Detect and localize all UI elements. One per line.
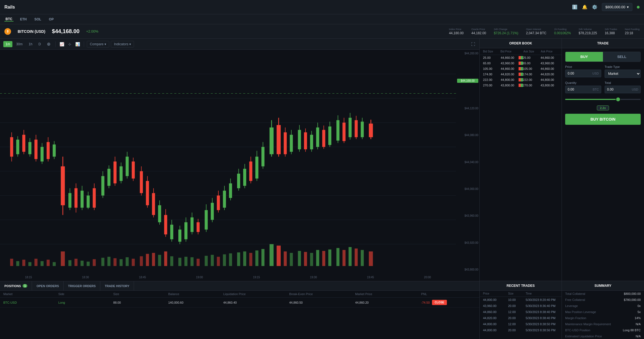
leverage-badge: 2.2x [597, 105, 609, 110]
svg-rect-159 [255, 250, 258, 266]
leverage-slider-thumb[interactable] [616, 97, 621, 102]
info-icon[interactable]: ℹ️ [572, 4, 578, 10]
time-label-6: 19:30 [310, 276, 317, 279]
svg-rect-168 [316, 250, 319, 266]
time-label-5: 19:15 [253, 276, 260, 279]
buy-button[interactable]: BUY [565, 52, 603, 62]
ob-row: 174.00 44,820.00 174.00 44,820.00 [480, 71, 562, 77]
svg-rect-176 [369, 251, 373, 266]
balance-value: $800,000.00 [605, 5, 625, 9]
ob-row: 25.00 44,860.00 25.00 44,860.00 [480, 55, 562, 60]
svg-rect-170 [328, 250, 331, 266]
rt-row: 44,800.00 20.00 5/30/2023 8:38:56 PM [480, 327, 562, 333]
total-input[interactable] [607, 88, 632, 91]
svg-rect-141 [140, 256, 143, 266]
leverage-slider-fill [565, 99, 618, 100]
stat-24h-trades: 24h Trades 16,388 [605, 28, 617, 35]
svg-rect-156 [237, 252, 240, 266]
time-btn-d[interactable]: D [36, 41, 43, 47]
market-tab-sol[interactable]: SOL [33, 17, 42, 21]
svg-rect-173 [348, 247, 351, 266]
svg-rect-165 [298, 251, 301, 266]
svg-rect-169 [322, 251, 325, 266]
tab-trigger-orders[interactable]: TRIGGER ORDERS [64, 281, 100, 290]
svg-rect-175 [361, 250, 364, 266]
close-position-button[interactable]: CLOSE [432, 300, 447, 305]
svg-rect-153 [217, 257, 220, 266]
svg-rect-144 [158, 255, 161, 266]
quantity-input[interactable] [568, 88, 593, 91]
compare-btn[interactable]: Compare ▾ [87, 41, 109, 47]
trade-type-select[interactable]: Market Limit Stop [605, 70, 641, 78]
coin-name: BITCOIN (USD) [18, 29, 45, 34]
indicators-btn[interactable]: Indicators ▾ [111, 41, 134, 47]
pos-market-price: 44,860.20 [355, 301, 421, 304]
svg-rect-150 [197, 259, 200, 266]
balance-button[interactable]: $800,000.00 ▾ [602, 3, 632, 11]
total-input-wrap: USD [605, 86, 641, 93]
trade-panel-body: BUY SELL Price USD Trade [562, 48, 644, 281]
svg-rect-130 [68, 260, 71, 266]
bar-chart-icon[interactable]: 📊 [75, 42, 80, 46]
svg-rect-171 [336, 248, 339, 266]
ob-row: 270.00 43,800.00 270.00 43,800.00 [480, 83, 562, 88]
bell-icon[interactable]: 🔔 [582, 4, 587, 10]
price-bar-stats: Index Price 44,180.00 Oracle Price 44,18… [449, 28, 640, 35]
svg-rect-155 [229, 253, 232, 266]
summary-title: SUMMARY [562, 281, 644, 291]
logo: Rails [4, 5, 15, 10]
svg-rect-174 [355, 248, 358, 266]
svg-rect-135 [101, 258, 104, 266]
svg-rect-129 [61, 251, 65, 266]
tab-positions[interactable]: POSITIONS 1 [0, 281, 32, 290]
ob-row: 65.00 43,960.00 65.00 43,960.00 [480, 60, 562, 66]
time-btn-1h[interactable]: 1h [26, 41, 34, 47]
svg-rect-123 [22, 260, 25, 266]
price-input[interactable] [568, 71, 592, 75]
svg-rect-121 [10, 259, 13, 266]
leverage-slider-wrap [565, 97, 641, 102]
tab-trade-history[interactable]: TRADE HISTORY [100, 281, 134, 290]
svg-rect-134 [93, 259, 96, 266]
market-tab-eth[interactable]: ETH [19, 17, 28, 21]
svg-rect-166 [304, 252, 307, 266]
summary-row: Total Collateral $800,000.00 [562, 291, 644, 297]
svg-rect-128 [53, 262, 56, 266]
rt-row: 44,800.00 12.00 5/30/2023 8:38:50 PM [480, 321, 562, 327]
leverage-label-wrap: 2.2x [565, 105, 641, 110]
crosshair-icon[interactable]: ⊹ [68, 42, 71, 46]
recent-trades-title: RECENT TRADES [480, 281, 562, 291]
tab-open-orders[interactable]: OPEN ORDERS [32, 281, 63, 290]
summary-row: Free Collateral $780,000.00 [562, 297, 644, 303]
svg-rect-149 [190, 257, 194, 266]
svg-rect-142 [146, 254, 149, 266]
time-label-2: 18:30 [82, 276, 89, 279]
svg-rect-124 [28, 262, 31, 266]
top-nav: Rails ℹ️ 🔔 ⚙️ $800,000.00 ▾ [0, 0, 644, 14]
quantity-field-group: Quantity BTC [565, 81, 601, 93]
svg-rect-140 [132, 259, 135, 266]
market-tab-btc[interactable]: BTC [4, 17, 14, 22]
price-label-6: $44,000.00 [457, 187, 478, 190]
order-book-section: ORDER BOOK Bid Size Bid Price Ask Size A… [480, 39, 562, 281]
add-time-btn[interactable]: ⊕ [45, 40, 53, 48]
middle-column: ORDER BOOK Bid Size Bid Price Ask Size A… [480, 39, 562, 339]
fullscreen-icon[interactable]: ⛶ [471, 42, 475, 46]
positions-pane: POSITIONS 1 OPEN ORDERS TRIGGER ORDERS T… [0, 281, 479, 339]
total-unit: USD [632, 88, 638, 91]
trade-panel-title: TRADE [562, 39, 644, 48]
positions-tabs: POSITIONS 1 OPEN ORDERS TRIGGER ORDERS T… [0, 281, 479, 291]
summary-row: BTC-USD Position Long 88 BTC [562, 327, 644, 333]
sell-button[interactable]: SELL [603, 52, 640, 62]
line-chart-icon[interactable]: 📈 [60, 42, 64, 46]
gear-icon[interactable]: ⚙️ [592, 4, 597, 10]
market-tab-op[interactable]: OP [48, 17, 55, 21]
chart-divider-2 [84, 41, 84, 47]
time-btn-1m[interactable]: 1m [3, 41, 12, 47]
left-column: 1m 30m 1h D ⊕ 📈 ⊹ 📊 Compare ▾ Indicators… [0, 39, 480, 339]
svg-rect-143 [152, 253, 155, 266]
time-btn-30m[interactable]: 30m [14, 41, 25, 47]
price-label-1: $44,200.00 [457, 52, 478, 55]
svg-rect-152 [211, 255, 214, 266]
buy-crypto-button[interactable]: BUY BITCOIN [565, 114, 641, 125]
